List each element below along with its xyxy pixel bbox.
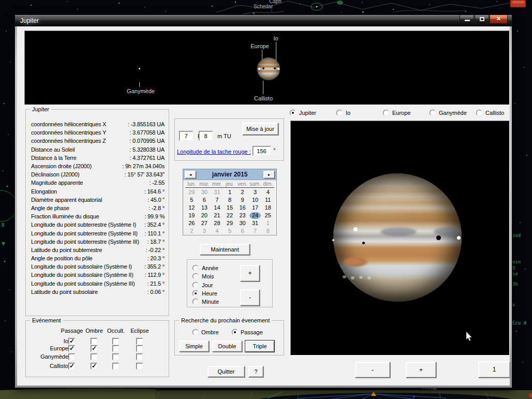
calendar-cell[interactable]: 29 (224, 219, 237, 227)
event-checkbox-ganymède-passage[interactable] (68, 353, 75, 360)
calendar-cell[interactable]: 5 (185, 196, 198, 204)
step-option-jour[interactable]: Jour (193, 282, 213, 289)
calendar-cell[interactable]: 15 (224, 204, 237, 212)
selector-option-callisto[interactable]: Callisto (476, 109, 504, 116)
event-checkbox-europe-occult[interactable] (112, 345, 119, 352)
search-double-button[interactable]: Double (212, 341, 242, 352)
selector-option-ganymède[interactable]: Ganymède (430, 109, 467, 116)
red-spot-link[interactable]: Longitude de la tache rouge : (177, 149, 251, 155)
now-button[interactable]: Maintenant (200, 244, 250, 255)
calendar-cell[interactable]: 3 (198, 227, 211, 235)
calendar-cell[interactable]: 19 (185, 212, 198, 219)
time-panel: H m TU Mise à jour Longitude de la tache… (174, 119, 284, 161)
calendar-cell[interactable]: 23 (236, 212, 249, 219)
calendar-cell[interactable]: 31 (211, 188, 224, 196)
calendar-cell[interactable]: 6 (236, 227, 249, 235)
calendar-cell[interactable]: 13 (198, 204, 211, 212)
calendar-cell[interactable]: 14 (211, 204, 224, 212)
search-radio-ombre[interactable]: Ombre (193, 329, 219, 336)
event-checkbox-io-eclipse[interactable] (136, 338, 143, 345)
event-checkbox-callisto-eclipse[interactable] (136, 363, 143, 370)
calendar-cell[interactable]: 22 (224, 212, 237, 219)
event-checkbox-callisto-occult[interactable] (112, 363, 119, 370)
calendar-cell[interactable]: 2 (185, 227, 198, 235)
calendar-cell[interactable]: 1 (224, 188, 237, 196)
event-checkbox-europe-passage[interactable] (68, 345, 75, 352)
calendar-cell[interactable]: 11 (261, 196, 274, 204)
selector-option-io[interactable]: Io (336, 109, 350, 116)
close-button[interactable]: ✕ (490, 15, 508, 24)
step-option-année[interactable]: Année (193, 264, 218, 272)
page-button[interactable]: 1 (478, 361, 510, 378)
hour-input[interactable] (179, 131, 193, 141)
mini-markers-layer (25, 31, 509, 105)
step-option-heure[interactable]: Heure (193, 290, 217, 297)
calendar-cell[interactable]: 9 (236, 196, 249, 204)
calendar-cell[interactable]: 5 (224, 227, 237, 235)
calendar-cell[interactable]: 29 (185, 188, 198, 196)
zoom-in-button[interactable]: + (406, 362, 436, 378)
event-checkbox-europe-eclipse[interactable] (136, 345, 143, 352)
info-row: Longitude du point subsolaire (Système I… (31, 279, 165, 288)
calendar-cell[interactable]: 12 (185, 204, 198, 212)
calendar-cell[interactable]: 27 (198, 219, 211, 227)
step-minus-button[interactable]: - (240, 289, 260, 306)
event-checkbox-europe-ombre[interactable] (91, 345, 97, 352)
calendar-cell[interactable]: 4 (261, 188, 274, 196)
event-checkbox-io-occult[interactable] (112, 338, 119, 345)
event-checkbox-io-passage[interactable] (68, 338, 75, 345)
calendar-cell[interactable]: 1 (261, 219, 274, 227)
calendar-cell[interactable]: 10 (249, 196, 262, 204)
minimize-button[interactable] (460, 15, 474, 24)
calendar-cell[interactable]: 16 (236, 204, 249, 212)
calendar-cell[interactable]: 8 (224, 196, 237, 204)
calendar-cell[interactable]: 26 (185, 219, 198, 227)
info-row: Ascension droite (J2000): 9h 27m 34.040s (31, 162, 165, 170)
calendar-cell[interactable]: 7 (249, 227, 262, 235)
event-checkbox-ganymède-occult[interactable] (112, 353, 119, 360)
calendar-cell[interactable]: 30 (198, 188, 211, 196)
calendar-cell[interactable]: 24 (249, 212, 262, 219)
title-bar[interactable]: Jupiter ✕ (15, 15, 512, 26)
red-spot-input[interactable] (253, 146, 271, 156)
info-row: Fraction illuminée du disque: 99.9 % (31, 212, 165, 220)
event-checkbox-callisto-passage[interactable] (68, 363, 75, 370)
step-option-mois[interactable]: Mois (193, 273, 214, 280)
calendar-cell[interactable]: 28 (211, 219, 224, 227)
calendar-cell[interactable]: 7 (211, 196, 224, 204)
selector-option-jupiter[interactable]: Jupiter (290, 109, 316, 116)
event-checkbox-ganymède-eclipse[interactable] (136, 353, 143, 360)
quit-button[interactable]: Quitter (208, 366, 245, 377)
calendar-cell[interactable]: 8 (261, 227, 274, 235)
calendar-cell[interactable]: 2 (236, 188, 249, 196)
event-checkbox-ganymède-ombre[interactable] (91, 353, 97, 360)
maximize-icon (480, 17, 484, 21)
update-button[interactable]: Mise à jour (242, 123, 278, 135)
calendar-cell[interactable]: 6 (198, 196, 211, 204)
zoom-out-button[interactable]: - (355, 362, 390, 378)
step-plus-button[interactable]: + (240, 265, 260, 282)
calendar-prev-button[interactable]: ◄ (185, 171, 196, 179)
calendar-cell[interactable]: 31 (249, 219, 262, 227)
calendar-cell[interactable]: 4 (211, 227, 224, 235)
calendar-cell[interactable]: 30 (236, 219, 249, 227)
search-simple-button[interactable]: Simple (179, 341, 209, 352)
event-checkbox-callisto-ombre[interactable] (91, 363, 97, 370)
selector-option-europe[interactable]: Europe (383, 109, 410, 116)
search-triple-button[interactable]: Triple (245, 341, 274, 352)
maximize-button[interactable] (475, 15, 489, 24)
calendar-cell[interactable]: 25 (261, 212, 274, 219)
info-value: : 110.1 ° (145, 230, 165, 237)
calendar-cell[interactable]: 21 (211, 212, 224, 219)
calendar-cell[interactable]: 17 (249, 204, 262, 212)
calendar-cell[interactable]: 3 (249, 188, 262, 196)
minute-input[interactable] (199, 131, 213, 141)
calendar-next-button[interactable]: ► (263, 171, 275, 179)
help-button[interactable]: ? (248, 366, 263, 377)
radio-icon (430, 110, 436, 116)
search-radio-passage[interactable]: Passage (232, 329, 263, 336)
calendar-cell[interactable]: 20 (198, 212, 211, 219)
event-checkbox-io-ombre[interactable] (91, 338, 97, 345)
calendar-cell[interactable]: 18 (261, 204, 274, 212)
step-option-minute[interactable]: Minute (193, 298, 219, 305)
